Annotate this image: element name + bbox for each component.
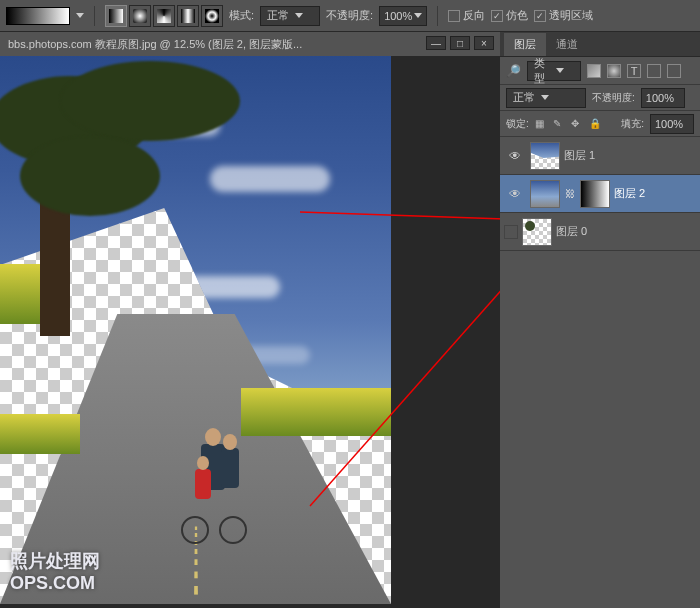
checkbox-icon xyxy=(534,10,546,22)
gradient-type-group xyxy=(105,5,223,27)
filter-type-select[interactable]: 类型 xyxy=(527,61,581,81)
options-bar: 模式: 正常 不透明度: 100% 反向 仿色 透明区域 xyxy=(0,0,700,32)
visibility-toggle[interactable] xyxy=(504,225,518,239)
people-on-bike xyxy=(175,414,255,544)
chevron-down-icon xyxy=(556,68,564,73)
gradient-radial-button[interactable] xyxy=(129,5,151,27)
filter-pixel-icon[interactable] xyxy=(587,64,601,78)
main-area: bbs.photops.com 教程原图.jpg @ 12.5% (图层 2, … xyxy=(0,32,700,608)
opacity-value: 100% xyxy=(384,10,412,22)
layer-filter-row: 🔎 类型 T xyxy=(500,57,700,85)
filter-adjust-icon[interactable] xyxy=(607,64,621,78)
document-tab[interactable]: bbs.photops.com 教程原图.jpg @ 12.5% (图层 2, … xyxy=(0,32,500,56)
cloud xyxy=(210,166,330,192)
layer-name: 图层 1 xyxy=(564,148,595,163)
canvas-wrapper: 照片处理网 OPS.COM xyxy=(0,56,391,604)
opacity-input[interactable]: 100% xyxy=(379,6,427,26)
document-area: bbs.photops.com 教程原图.jpg @ 12.5% (图层 2, … xyxy=(0,32,500,608)
lock-brush-icon[interactable]: ✎ xyxy=(553,118,565,130)
bike-wheel xyxy=(181,516,209,544)
checkbox-icon xyxy=(491,10,503,22)
lock-all-icon[interactable]: 🔒 xyxy=(589,118,601,130)
bike-wheel xyxy=(219,516,247,544)
grass xyxy=(0,414,80,454)
layer-thumbnail[interactable] xyxy=(530,180,560,208)
tree-foliage xyxy=(20,136,160,216)
dither-check[interactable]: 仿色 xyxy=(491,8,528,23)
person-body xyxy=(221,448,239,488)
gradient-swatch[interactable] xyxy=(6,7,70,25)
layer-list: 👁 图层 1 👁 ⛓ 图层 2 图层 0 xyxy=(500,137,700,251)
filter-smart-icon[interactable] xyxy=(667,64,681,78)
reverse-check[interactable]: 反向 xyxy=(448,8,485,23)
lock-transparent-icon[interactable]: ▦ xyxy=(535,118,547,130)
lock-label: 锁定: xyxy=(506,117,529,131)
visibility-toggle[interactable]: 👁 xyxy=(504,183,526,205)
layer-name: 图层 2 xyxy=(614,186,645,201)
blend-mode-select[interactable]: 正常 xyxy=(506,88,586,108)
separator xyxy=(94,6,95,26)
maximize-button[interactable]: □ xyxy=(450,36,470,50)
visibility-toggle[interactable]: 👁 xyxy=(504,145,526,167)
fill-input[interactable]: 100% xyxy=(650,114,694,134)
lock-move-icon[interactable]: ✥ xyxy=(571,118,583,130)
tab-layers[interactable]: 图层 xyxy=(504,33,546,56)
fill-value: 100% xyxy=(655,118,683,130)
tree-foliage xyxy=(60,61,240,141)
layer-opacity-input[interactable]: 100% xyxy=(641,88,685,108)
watermark-en: OPS.COM xyxy=(10,573,100,594)
layer-row[interactable]: 图层 0 xyxy=(500,213,700,251)
dither-label: 仿色 xyxy=(506,9,528,21)
tab-channels[interactable]: 通道 xyxy=(546,33,588,56)
filter-type-value: 类型 xyxy=(534,56,550,86)
panel-tabs: 图层 通道 xyxy=(500,32,700,56)
filter-type-icon[interactable]: T xyxy=(627,64,641,78)
separator xyxy=(437,6,438,26)
mode-value: 正常 xyxy=(267,8,289,23)
panels-column: 图层 通道 🔎 类型 T 正常 不透明度: 100% 锁定: ▦ ✎ xyxy=(500,32,700,608)
gradient-reflected-button[interactable] xyxy=(177,5,199,27)
layer-blend-row: 正常 不透明度: 100% xyxy=(500,85,700,111)
layer-opacity-value: 100% xyxy=(646,92,674,104)
checkbox-icon xyxy=(448,10,460,22)
watermark: 照片处理网 OPS.COM xyxy=(10,549,100,594)
fill-label: 填充: xyxy=(621,117,644,131)
gradient-linear-button[interactable] xyxy=(105,5,127,27)
gradient-diamond-button[interactable] xyxy=(201,5,223,27)
layer-thumbnail[interactable] xyxy=(530,142,560,170)
close-button[interactable]: × xyxy=(474,36,494,50)
person-head xyxy=(205,428,221,446)
layer-thumbnail[interactable] xyxy=(522,218,552,246)
layer-name: 图层 0 xyxy=(556,224,587,239)
chevron-down-icon xyxy=(541,95,549,100)
mode-select[interactable]: 正常 xyxy=(260,6,320,26)
document-title: bbs.photops.com 教程原图.jpg @ 12.5% (图层 2, … xyxy=(8,37,302,52)
layer-opacity-label: 不透明度: xyxy=(592,91,635,105)
gradient-dropdown-icon[interactable] xyxy=(76,13,84,18)
opacity-label: 不透明度: xyxy=(326,8,373,23)
canvas[interactable]: 照片处理网 OPS.COM xyxy=(0,56,391,604)
grass xyxy=(241,388,391,436)
child-head xyxy=(197,456,209,470)
chevron-down-icon xyxy=(414,13,422,18)
watermark-cn: 照片处理网 xyxy=(10,549,100,573)
link-icon: ⛓ xyxy=(564,188,576,199)
transparency-check[interactable]: 透明区域 xyxy=(534,8,593,23)
filter-shape-icon[interactable] xyxy=(647,64,661,78)
transparency-label: 透明区域 xyxy=(549,9,593,21)
mask-thumbnail[interactable] xyxy=(580,180,610,208)
blend-mode-value: 正常 xyxy=(513,90,535,105)
window-controls: — □ × xyxy=(426,36,494,50)
layer-row[interactable]: 👁 ⛓ 图层 2 xyxy=(500,175,700,213)
child-body xyxy=(195,469,211,499)
grass xyxy=(0,264,40,324)
layer-row[interactable]: 👁 图层 1 xyxy=(500,137,700,175)
gradient-angle-button[interactable] xyxy=(153,5,175,27)
reverse-label: 反向 xyxy=(463,9,485,21)
mode-label: 模式: xyxy=(229,8,254,23)
minimize-button[interactable]: — xyxy=(426,36,446,50)
search-icon: 🔎 xyxy=(506,64,521,78)
layer-lock-row: 锁定: ▦ ✎ ✥ 🔒 填充: 100% xyxy=(500,111,700,137)
layers-panel: 🔎 类型 T 正常 不透明度: 100% 锁定: ▦ ✎ ✥ 🔒 填充: 1 xyxy=(500,56,700,608)
person-head xyxy=(223,434,237,450)
